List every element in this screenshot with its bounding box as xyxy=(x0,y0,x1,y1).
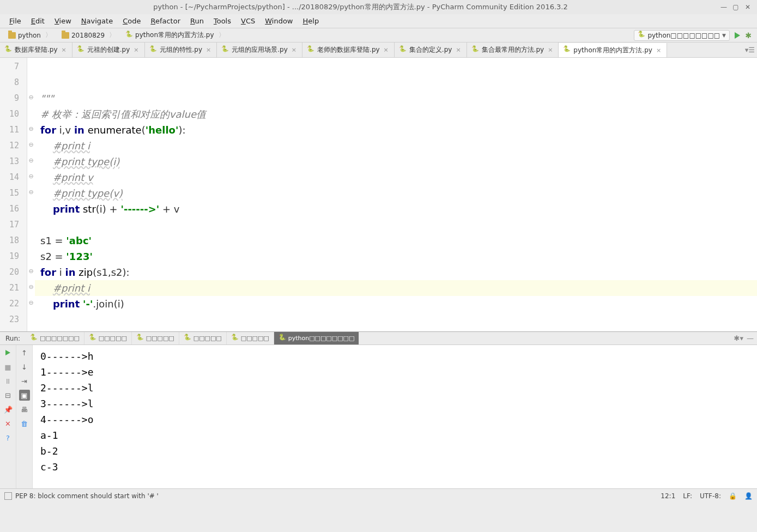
play-icon xyxy=(5,350,10,355)
editor-tabs: 数据库登陆.py×元祖的创建.py×元组的特性.py×元组的应用场景.py×老师… xyxy=(0,43,757,58)
editor-tab[interactable]: 集合最常用的方法.py× xyxy=(467,43,559,57)
tab-label: 集合最常用的方法.py xyxy=(482,45,544,55)
inspector-icon[interactable]: 👤 xyxy=(744,492,753,500)
menu-code[interactable]: Code xyxy=(118,15,146,27)
python-file-icon xyxy=(399,46,407,54)
editor-area: 7891011121314151617181920212223 ⊖⊖⊖⊖⊖⊖⊖⊖… xyxy=(0,58,757,331)
run-tab-label: □□□□□ xyxy=(146,335,174,342)
menu-view[interactable]: View xyxy=(50,15,76,27)
close-tab-icon[interactable]: × xyxy=(290,46,298,53)
breadcrumb-item[interactable]: python〉 xyxy=(3,29,57,41)
gear-icon[interactable]: ✱▾ xyxy=(734,334,743,342)
folder-icon xyxy=(62,32,69,39)
close-tab-icon[interactable]: × xyxy=(655,47,662,54)
menu-navigate[interactable]: Navigate xyxy=(76,15,118,27)
debug-button[interactable]: ✱ xyxy=(743,30,754,41)
minimize-panel-icon[interactable]: — xyxy=(747,334,754,342)
run-tab[interactable]: □□□□□ xyxy=(179,332,227,344)
tab-label: 元组的特性.py xyxy=(160,45,203,55)
pause-button[interactable]: ⏸ xyxy=(3,376,14,386)
cursor-position: 12:1 xyxy=(661,492,675,500)
editor-tab[interactable]: 元组的应用场景.py× xyxy=(217,43,302,57)
run-header-tools: ✱▾ — xyxy=(731,334,757,342)
breadcrumb-item[interactable]: 20180829〉 xyxy=(57,29,120,41)
run-tab[interactable]: □□□□□ xyxy=(84,332,132,344)
close-tab-icon[interactable]: × xyxy=(132,46,140,53)
chevron-down-icon: ▼ xyxy=(722,33,726,38)
python-icon xyxy=(184,335,191,342)
nav-bar: python〉20180829〉python常用的内置方法.py〉 python… xyxy=(0,28,757,43)
tab-label: python常用的内置方法.py xyxy=(573,46,652,55)
run-panel-label: Run: xyxy=(0,335,26,342)
status-message: PEP 8: block comment should start with '… xyxy=(15,492,159,500)
status-icon[interactable] xyxy=(4,492,12,500)
editor-tab[interactable]: 数据库登陆.py× xyxy=(0,43,72,57)
python-file-icon xyxy=(307,46,314,54)
editor-tab[interactable]: 老师的数据库登陆.py× xyxy=(302,43,395,57)
python-icon xyxy=(89,335,96,342)
lock-icon[interactable]: 🔒 xyxy=(729,492,737,500)
menu-file[interactable]: File xyxy=(4,15,26,27)
console-output[interactable]: 0------>h 1------>e 2------>l 3------>l … xyxy=(33,345,757,488)
python-icon xyxy=(278,335,286,342)
close-tab-icon[interactable]: × xyxy=(205,46,212,53)
run-tool-window: Run: □□□□□□□□□□□□□□□□□□□□□□□□□□□python□□… xyxy=(0,331,757,488)
title-bar: python - [~/PycharmProjects/python] - ..… xyxy=(0,0,757,14)
close-tab-icon[interactable]: × xyxy=(60,46,68,53)
editor-tab[interactable]: 元祖的创建.py× xyxy=(72,43,145,57)
python-file-icon xyxy=(77,46,84,54)
close-button[interactable]: ✕ xyxy=(742,2,754,12)
breadcrumb-item[interactable]: python常用的内置方法.py〉 xyxy=(120,29,230,41)
help-button[interactable]: ? xyxy=(3,432,14,443)
run-tab[interactable]: □□□□□ xyxy=(227,332,274,344)
code-editor[interactable]: """# 枚举：返回索引值和对应的value值for i,v in enumer… xyxy=(35,58,757,331)
run-tab[interactable]: □□□□□ xyxy=(132,332,179,344)
python-file-icon xyxy=(125,32,133,39)
breadcrumb-label: 20180829 xyxy=(71,32,105,39)
down-button[interactable]: ↓ xyxy=(19,361,30,372)
line-separator: LF: xyxy=(683,492,692,500)
trash-button[interactable]: 🗑 xyxy=(19,418,30,429)
run-config-dropdown[interactable]: python□□□□□□□□ ▼ xyxy=(634,30,730,41)
minimize-button[interactable]: — xyxy=(718,2,730,12)
run-button[interactable] xyxy=(732,30,743,41)
run-tab-label: □□□□□ xyxy=(241,335,269,342)
close-run-button[interactable]: ✕ xyxy=(3,418,14,429)
run-tab-label: □□□□□ xyxy=(99,335,127,342)
dump-button[interactable]: ⊟ xyxy=(3,390,14,401)
close-tab-icon[interactable]: × xyxy=(455,46,462,53)
run-tab[interactable]: □□□□□□□ xyxy=(26,332,84,344)
print-button[interactable]: 🖶 xyxy=(19,404,30,415)
menu-run[interactable]: Run xyxy=(185,15,209,27)
tab-label: 数据库登陆.py xyxy=(15,45,58,55)
python-file-icon xyxy=(149,46,157,54)
menu-window[interactable]: Window xyxy=(260,15,298,27)
up-button[interactable]: ↑ xyxy=(19,347,30,358)
wrap-button[interactable]: ⇥ xyxy=(19,376,30,386)
menu-help[interactable]: Help xyxy=(298,15,324,27)
rerun-button[interactable] xyxy=(3,347,14,358)
menu-edit[interactable]: Edit xyxy=(26,15,50,27)
editor-tab[interactable]: python常用的内置方法.py× xyxy=(559,43,667,58)
run-tab-label: □□□□□□□ xyxy=(40,335,80,342)
menu-refactor[interactable]: Refactor xyxy=(146,15,185,27)
python-icon xyxy=(136,335,144,342)
breadcrumb: python〉20180829〉python常用的内置方法.py〉 xyxy=(3,29,634,41)
pin-button[interactable]: 📌 xyxy=(3,404,14,415)
play-icon xyxy=(735,32,740,39)
close-tab-icon[interactable]: × xyxy=(383,46,390,53)
editor-tab[interactable]: 元组的特性.py× xyxy=(145,43,217,57)
menu-tools[interactable]: Tools xyxy=(209,15,236,27)
python-file-icon xyxy=(221,46,229,54)
menu-bar: FileEditViewNavigateCodeRefactorRunTools… xyxy=(0,14,757,28)
close-tab-icon[interactable]: × xyxy=(547,46,554,53)
menu-vcs[interactable]: VCS xyxy=(236,15,260,27)
editor-tab[interactable]: 集合的定义.py× xyxy=(395,43,467,57)
scroll-lock-button[interactable]: ▣ xyxy=(19,390,30,401)
maximize-button[interactable]: ▢ xyxy=(730,2,742,12)
run-side-toolbar-1: ■ ⏸ ⊟ 📌 ✕ ? xyxy=(0,345,16,488)
tab-overflow[interactable]: ▾☰ xyxy=(743,43,757,57)
run-tab[interactable]: python□□□□□□□□ xyxy=(274,332,360,344)
run-panel-header: Run: □□□□□□□□□□□□□□□□□□□□□□□□□□□python□□… xyxy=(0,332,757,345)
stop-button[interactable]: ■ xyxy=(3,361,14,372)
